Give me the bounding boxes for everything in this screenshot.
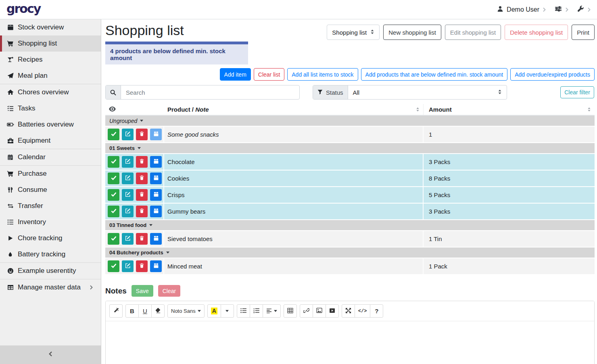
- sidebar-item-chore-tracking[interactable]: Chore tracking: [0, 230, 101, 246]
- underline-button[interactable]: U: [138, 304, 152, 318]
- notes-save-button[interactable]: Save: [132, 285, 153, 297]
- add-overdue-expired-button[interactable]: Add overdue/expired products: [510, 68, 595, 81]
- min-stock-alert[interactable]: 4 products are below defined min. stock …: [105, 42, 248, 64]
- edit-item-button[interactable]: [122, 129, 134, 140]
- mark-done-button[interactable]: [108, 233, 119, 245]
- video-button[interactable]: [326, 304, 339, 318]
- amount-column-header[interactable]: Amount: [424, 104, 595, 115]
- clear-filter-button[interactable]: Clear filter: [560, 86, 594, 98]
- delete-item-button[interactable]: [136, 173, 148, 184]
- group-header-04-butchery-products[interactable]: 04 Butchery products: [105, 248, 595, 258]
- status-select[interactable]: All: [348, 85, 507, 99]
- help-button[interactable]: ?: [370, 304, 383, 318]
- chevron-right-icon: [543, 7, 546, 12]
- main-content: Shopping list Shopping list New shopping…: [102, 19, 597, 364]
- sidebar-item-manage-master-data[interactable]: Manage master data: [0, 279, 101, 295]
- sidebar-item-consume[interactable]: Consume: [0, 182, 101, 198]
- delete-item-button[interactable]: [136, 156, 148, 168]
- product-name: Crisps: [164, 187, 424, 203]
- sidebar-item-tasks[interactable]: Tasks: [0, 100, 101, 116]
- add-to-stock-button[interactable]: [150, 189, 162, 201]
- mark-done-button[interactable]: [108, 189, 119, 201]
- mark-done-button[interactable]: [108, 173, 119, 184]
- sidebar-item-purchase[interactable]: Purchase: [0, 166, 101, 182]
- sidebar-item-example-userentity[interactable]: Example userentity: [0, 263, 101, 279]
- picture-button[interactable]: [313, 304, 326, 318]
- caret-down-icon: [274, 310, 277, 312]
- delete-shopping-list-button[interactable]: Delete shopping list: [505, 25, 568, 40]
- add-to-stock-button[interactable]: [150, 260, 162, 272]
- search-input[interactable]: [121, 85, 299, 99]
- edit-shopping-list-button[interactable]: Edit shopping list: [445, 25, 501, 40]
- paragraph-button[interactable]: [263, 304, 281, 318]
- add-all-items-to-stock-button[interactable]: Add all list items to stock: [287, 68, 358, 81]
- add-below-min-stock-button[interactable]: Add products that are below defined min.…: [361, 68, 508, 81]
- edit-item-button[interactable]: [122, 206, 134, 217]
- delete-item-button[interactable]: [136, 189, 148, 201]
- color-button[interactable]: A: [207, 304, 221, 318]
- product-column-header[interactable]: Product / Note: [164, 104, 424, 115]
- sidebar-item-equipment[interactable]: Equipment: [0, 133, 101, 149]
- group-header-03-tinned-food[interactable]: 03 Tinned food: [105, 220, 595, 231]
- sidebar-collapse-button[interactable]: [0, 345, 101, 364]
- table-button[interactable]: [284, 304, 297, 318]
- check-icon: [111, 263, 117, 269]
- delete-item-button[interactable]: [136, 260, 148, 272]
- sidebar-item-stock-overview[interactable]: Stock overview: [0, 19, 101, 35]
- edit-item-button[interactable]: [122, 260, 134, 272]
- font-family-button[interactable]: Noto Sans: [167, 304, 205, 318]
- delete-item-button[interactable]: [136, 129, 148, 140]
- add-to-stock-button[interactable]: [150, 233, 162, 245]
- new-shopping-list-button[interactable]: New shopping list: [383, 25, 441, 40]
- remove-format-button[interactable]: [151, 304, 165, 318]
- sidebar-item-recipes[interactable]: Recipes: [0, 52, 101, 68]
- mark-done-button[interactable]: [108, 156, 119, 168]
- sidebar-item-meal-plan[interactable]: Meal plan: [0, 68, 101, 84]
- group-header-ungrouped[interactable]: Ungrouped: [105, 116, 595, 127]
- mark-done-button[interactable]: [108, 260, 119, 272]
- sidebar-item-inventory[interactable]: Inventory: [0, 214, 101, 230]
- add-to-stock-button[interactable]: [150, 129, 162, 140]
- edit-item-button[interactable]: [122, 189, 134, 201]
- admin-menu[interactable]: [577, 5, 591, 14]
- edit-item-button[interactable]: [122, 173, 134, 184]
- style-magic-button[interactable]: [109, 304, 123, 318]
- edit-icon: [125, 131, 131, 138]
- link-button[interactable]: [300, 304, 313, 318]
- add-to-stock-button[interactable]: [150, 156, 162, 168]
- sidebar-item-transfer[interactable]: Transfer: [0, 198, 101, 214]
- settings-menu[interactable]: [555, 6, 568, 14]
- edit-item-button[interactable]: [122, 156, 134, 168]
- clear-list-button[interactable]: Clear list: [254, 68, 284, 81]
- sidebar-item-chores-overview[interactable]: Chores overview: [0, 84, 101, 100]
- add-item-button[interactable]: Add item: [220, 68, 251, 81]
- sidebar-item-shopping-list[interactable]: Shopping list: [0, 35, 101, 52]
- unordered-list-button[interactable]: [237, 304, 250, 318]
- chevron-left-icon: [49, 351, 52, 358]
- grocy-logo[interactable]: grocy: [6, 3, 40, 15]
- delete-item-button[interactable]: [136, 233, 148, 245]
- sidebar-item-battery-tracking[interactable]: Battery tracking: [0, 246, 101, 262]
- codeview-button[interactable]: </>: [355, 304, 371, 318]
- color-dropdown-button[interactable]: [221, 304, 234, 318]
- sidebar-item-calendar[interactable]: Calendar: [0, 149, 101, 165]
- mark-done-button[interactable]: [108, 206, 119, 217]
- mark-done-button[interactable]: [108, 129, 119, 140]
- add-to-stock-button[interactable]: [150, 206, 162, 217]
- group-header-01-sweets[interactable]: 01 Sweets: [105, 143, 595, 154]
- edit-item-button[interactable]: [122, 233, 134, 245]
- toolbox-icon: [6, 137, 14, 144]
- row-actions: [105, 204, 164, 219]
- notes-clear-button[interactable]: Clear: [158, 285, 180, 297]
- ordered-list-button[interactable]: [250, 304, 263, 318]
- sidebar-item-batteries-overview[interactable]: Batteries overview: [0, 116, 101, 133]
- print-button[interactable]: Print: [572, 25, 595, 40]
- add-to-stock-button[interactable]: [150, 173, 162, 184]
- notes-edit-area[interactable]: [106, 321, 594, 364]
- fullscreen-button[interactable]: [342, 304, 355, 318]
- filter-row: Status All Clear filter: [105, 85, 595, 100]
- shopping-list-select[interactable]: Shopping list: [327, 25, 380, 40]
- bold-button[interactable]: B: [125, 304, 139, 318]
- delete-item-button[interactable]: [136, 206, 148, 217]
- user-menu[interactable]: Demo User: [497, 6, 546, 14]
